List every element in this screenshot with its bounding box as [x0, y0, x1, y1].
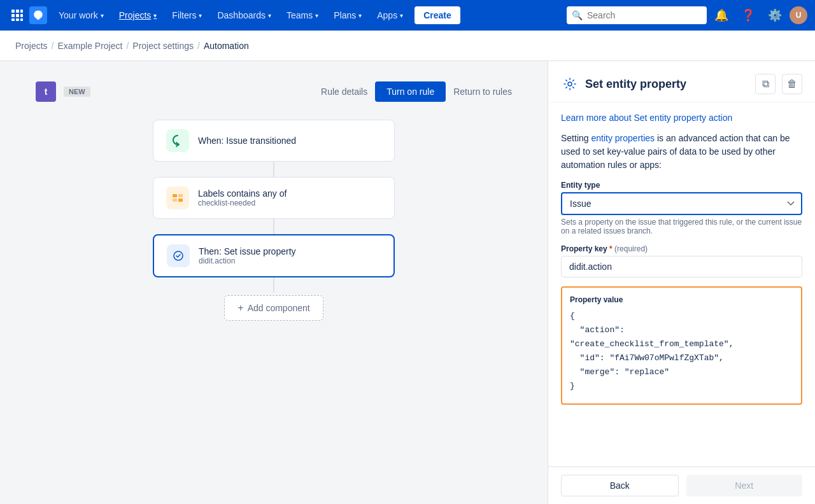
flow-connector-2 [273, 219, 274, 234]
property-value-label: Property value [570, 295, 793, 304]
panel-header: Set entity property ⧉ 🗑 [548, 61, 815, 102]
rule-details-button[interactable]: Rule details [321, 87, 367, 97]
nav-your-work[interactable]: Your work ▾ [52, 8, 110, 23]
settings-icon[interactable]: ⚙️ [763, 4, 787, 26]
chevron-down-icon: ▾ [153, 12, 157, 19]
add-component-button[interactable]: + Add component [224, 295, 323, 321]
learn-more-link[interactable]: Learn more about Set entity property act… [561, 113, 802, 123]
panel-delete-button[interactable]: 🗑 [782, 74, 802, 94]
flow-container: When: Issue transitioned Labels contains… [25, 120, 522, 491]
topnav: Your work ▾ Projects ▾ Filters ▾ Dashboa… [0, 0, 815, 31]
svg-rect-4 [16, 14, 19, 17]
breadcrumb-example-project[interactable]: Example Project [57, 41, 122, 51]
nav-apps[interactable]: Apps ▾ [371, 8, 409, 23]
breadcrumb: › Projects / Example Project / Project s… [0, 31, 815, 61]
create-button[interactable]: Create [415, 6, 460, 24]
search-icon: 🔍 [572, 10, 583, 20]
panel-description: Setting entity properties is an advanced… [561, 132, 802, 172]
trigger-node-text: When: Issue transitioned [198, 136, 296, 146]
panel-gear-icon [561, 75, 579, 93]
search-container: 🔍 [567, 6, 707, 24]
rule-badge: NEW [64, 87, 90, 97]
svg-rect-11 [173, 199, 177, 202]
next-button[interactable]: Next [686, 475, 803, 496]
entity-type-help: Sets a property on the issue that trigge… [561, 218, 802, 235]
help-icon[interactable]: ❓ [736, 4, 760, 26]
nav-teams[interactable]: Teams ▾ [280, 8, 325, 23]
action-node-text: Then: Set issue property didit.action [199, 246, 296, 265]
property-key-group: Property key * (required) [561, 244, 802, 277]
notifications-icon[interactable]: 🔔 [709, 4, 734, 26]
entity-properties-link[interactable]: entity properties [591, 133, 655, 143]
property-key-required: * [609, 244, 613, 253]
breadcrumb-sep-3: / [197, 41, 200, 51]
rule-header: t NEW Rule details Turn on rule Return t… [25, 74, 522, 109]
back-button[interactable]: Back [561, 475, 679, 496]
nav-plans[interactable]: Plans ▾ [327, 8, 368, 23]
svg-point-14 [568, 82, 572, 86]
breadcrumb-automation: Automation [204, 41, 249, 51]
svg-rect-7 [16, 18, 19, 21]
chevron-down-icon: ▾ [358, 12, 362, 19]
trigger-node[interactable]: When: Issue transitioned [153, 120, 395, 162]
svg-rect-1 [16, 10, 19, 13]
panel-title-row: Set entity property ⧉ 🗑 [561, 74, 802, 94]
entity-type-group: Entity type Issue Project User Sets a pr… [561, 181, 802, 235]
flow-connector-1 [273, 162, 274, 177]
panel-title: Set entity property [585, 78, 749, 91]
nav-filters[interactable]: Filters ▾ [166, 8, 208, 23]
chevron-down-icon: ▾ [268, 12, 271, 19]
grid-icon[interactable] [8, 6, 27, 25]
svg-rect-0 [11, 10, 15, 13]
main-layout: t NEW Rule details Turn on rule Return t… [0, 61, 815, 504]
nav-projects[interactable]: Projects ▾ [113, 8, 164, 23]
flow-connector-3 [273, 277, 274, 293]
action-node-icon [167, 244, 190, 267]
svg-rect-2 [20, 10, 23, 13]
panel-copy-button[interactable]: ⧉ [755, 74, 776, 94]
chevron-down-icon: ▾ [199, 12, 202, 19]
return-to-rules-button[interactable]: Return to rules [453, 87, 512, 97]
property-value-input[interactable]: { "action": "create_checklist_from_templ… [570, 309, 793, 394]
breadcrumb-projects[interactable]: Projects [15, 41, 48, 51]
chevron-down-icon: ▾ [400, 12, 403, 19]
entity-type-select[interactable]: Issue Project User [561, 192, 802, 215]
condition-node[interactable]: Labels contains any of checklist-needed [153, 177, 395, 219]
svg-rect-8 [20, 18, 23, 21]
chevron-down-icon: ▾ [315, 12, 318, 19]
svg-rect-3 [11, 14, 15, 17]
panel-footer: Back Next [548, 466, 815, 504]
condition-node-text: Labels contains any of checklist-needed [198, 188, 287, 207]
property-value-box: Property value { "action": "create_check… [561, 286, 802, 405]
condition-node-icon [166, 186, 189, 209]
breadcrumb-sep-1: / [52, 41, 54, 51]
rule-icon: t [36, 81, 56, 102]
rule-actions: Rule details Turn on rule Return to rule… [321, 81, 512, 102]
panel-body: Learn more about Set entity property act… [548, 102, 815, 466]
side-panel: Set entity property ⧉ 🗑 Learn more about… [548, 61, 815, 504]
breadcrumb-sep-2: / [126, 41, 129, 51]
plus-icon: + [237, 302, 243, 314]
svg-rect-12 [178, 199, 183, 202]
svg-rect-6 [11, 18, 15, 21]
turn-on-rule-button[interactable]: Turn on rule [375, 81, 446, 102]
avatar[interactable]: U [790, 6, 807, 24]
property-key-label: Property key * (required) [561, 244, 802, 253]
svg-rect-9 [173, 194, 177, 197]
logo[interactable] [29, 6, 47, 24]
search-input[interactable] [567, 6, 707, 24]
breadcrumb-project-settings[interactable]: Project settings [132, 41, 194, 51]
property-key-input[interactable] [561, 256, 802, 277]
nav-dashboards[interactable]: Dashboards ▾ [211, 8, 278, 23]
trigger-node-icon [166, 129, 189, 152]
action-node[interactable]: Then: Set issue property didit.action [153, 234, 395, 277]
entity-type-label: Entity type [561, 181, 802, 190]
svg-rect-5 [20, 14, 23, 17]
property-key-hint: (required) [614, 244, 648, 253]
svg-rect-10 [178, 194, 183, 197]
chevron-down-icon: ▾ [101, 12, 104, 19]
canvas-area: t NEW Rule details Turn on rule Return t… [0, 61, 548, 504]
